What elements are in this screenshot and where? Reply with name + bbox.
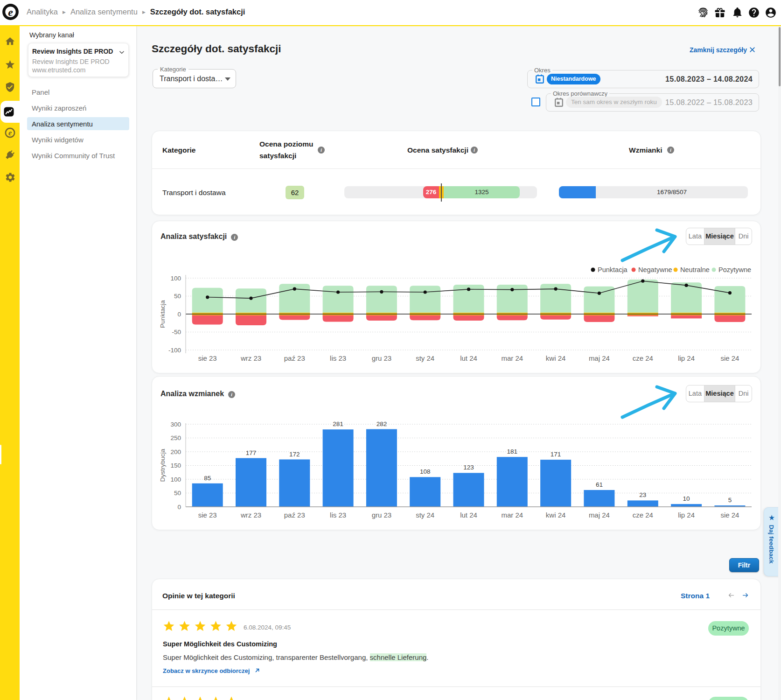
svg-text:100: 100 [170,476,181,483]
svg-text:e: e [8,6,13,18]
svg-text:sty 24: sty 24 [416,354,434,362]
svg-text:lut 24: lut 24 [460,511,477,519]
svg-text:wrz 23: wrz 23 [240,354,261,362]
svg-text:Pozytywne: Pozytywne [718,266,751,273]
svg-text:lut 24: lut 24 [460,354,477,362]
svg-text:23: 23 [639,491,646,498]
svg-text:Neutralne: Neutralne [680,266,710,273]
svg-text:171: 171 [551,451,561,458]
svg-text:181: 181 [507,448,518,455]
svg-text:Punktacja: Punktacja [159,300,166,328]
svg-text:gru 23: gru 23 [372,511,392,519]
svg-text:maj 24: maj 24 [589,511,610,519]
svg-text:cze 24: cze 24 [633,354,653,362]
svg-text:-50: -50 [172,329,181,336]
svg-text:0: 0 [177,311,181,318]
svg-text:Dystrybucja: Dystrybucja [159,448,166,482]
svg-text:200: 200 [170,448,181,455]
svg-text:sie 24: sie 24 [720,354,739,362]
svg-text:lip 24: lip 24 [678,511,695,519]
svg-text:108: 108 [420,468,431,475]
svg-text:lip 24: lip 24 [678,354,695,362]
svg-text:123: 123 [463,464,474,471]
svg-text:kwi 24: kwi 24 [546,511,566,519]
svg-text:paź 23: paź 23 [284,511,305,519]
svg-text:paź 23: paź 23 [284,354,305,362]
svg-text:172: 172 [289,451,300,458]
svg-text:sie 24: sie 24 [720,511,739,519]
svg-text:300: 300 [170,421,181,428]
svg-text:kwi 24: kwi 24 [546,354,566,362]
svg-text:250: 250 [170,434,181,441]
svg-text:5: 5 [728,497,732,504]
svg-text:mar 24: mar 24 [501,511,523,519]
svg-text:lis 23: lis 23 [330,511,346,519]
svg-text:100: 100 [170,275,181,282]
svg-text:282: 282 [377,420,387,427]
svg-text:gru 23: gru 23 [372,354,392,362]
svg-text:281: 281 [333,420,343,427]
svg-text:Punktacja: Punktacja [598,266,628,273]
svg-text:50: 50 [174,490,181,497]
svg-text:85: 85 [204,475,211,482]
svg-text:177: 177 [246,449,257,456]
svg-text:sie 23: sie 23 [198,354,217,362]
svg-text:e: e [8,128,12,137]
svg-text:sty 24: sty 24 [416,511,434,519]
svg-text:lis 23: lis 23 [330,354,346,362]
svg-text:50: 50 [174,293,181,300]
svg-text:0: 0 [177,504,181,511]
svg-text:mar 24: mar 24 [501,354,523,362]
svg-text:sie 23: sie 23 [198,511,217,519]
svg-text:61: 61 [596,481,603,488]
svg-text:cze 24: cze 24 [633,511,653,519]
svg-text:maj 24: maj 24 [589,354,610,362]
svg-text:Negatywne: Negatywne [638,266,672,273]
svg-text:150: 150 [170,462,181,469]
svg-text:wrz 23: wrz 23 [240,511,261,519]
svg-text:-100: -100 [168,347,181,354]
svg-text:10: 10 [683,495,690,502]
